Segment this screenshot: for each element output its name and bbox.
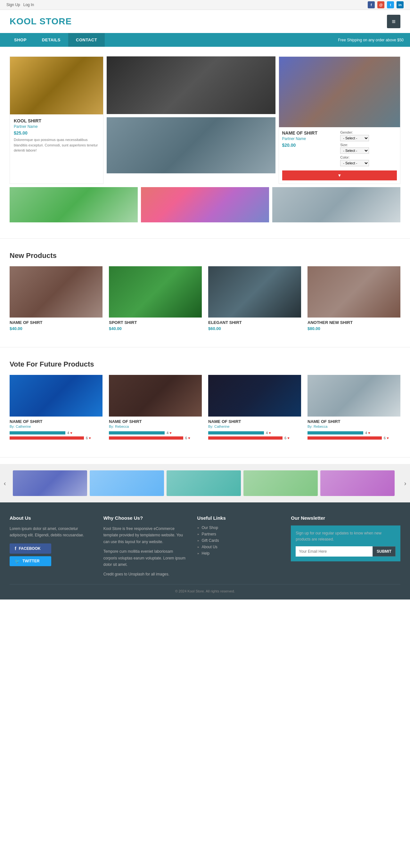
footer-links-title: Useful Links [197,515,282,521]
vote-count-blue-4: 4 ♥ [365,431,370,435]
carousel-section: ‹ › [0,464,410,502]
footer-newsletter: Our Newsletter Sign up for our regular u… [291,515,400,578]
product-price-1: $40.00 [10,326,102,331]
product-price-2: $40.00 [109,326,202,331]
hero-product-left-image [10,57,103,114]
vote-section: Vote For Future Products NAME OF SHIRT B… [0,354,410,451]
color-label: Color: [340,155,397,159]
facebook-button[interactable]: f FACEBOOK [10,544,51,554]
vote-bar-red-2 [109,436,183,440]
vote-bars-4: 4 ♥ 6 ♥ [308,431,400,440]
linkedin-icon[interactable]: in [397,1,404,8]
nav-contact[interactable]: CONTACT [68,33,105,47]
googleplus-icon[interactable]: @ [377,1,384,8]
newsletter-email-input[interactable] [296,546,373,557]
product-name-2: SPORT SHIRT [109,320,202,325]
hero-product-left-info: KOOL SHIRT Partner Name $25.00 Doloremqu… [10,114,103,157]
chevron-down-icon: ▼ [337,173,342,178]
product-image-1 [10,266,102,317]
gender-select[interactable]: - Select - Male Female [340,135,369,141]
main-nav: SHOP DETAILS CONTACT Free Shipping on an… [0,33,410,47]
hamburger-icon: ≡ [392,18,396,25]
vote-image-2 [109,375,202,416]
hero-section: KOOL SHIRT Partner Name $25.00 Doloremqu… [0,47,410,232]
vote-name-2: NAME OF SHIRT [109,419,202,424]
product-image-3 [208,266,301,317]
product-card-4: ANOTHER NEW SHIRT $80.00 [308,266,400,331]
vote-bars-2: 4 ♥ 6 ♥ [109,431,202,440]
footer-credit: Credit goes to Unsplash for all images. [103,571,188,578]
vote-image-1 [10,375,102,416]
heart-icon-red-2: ♥ [188,436,190,440]
heart-icon-1: ♥ [70,431,72,435]
footer-copyright: © 2024 Kool Store. All rights reserved. [175,589,235,593]
heart-icon-red-3: ♥ [287,436,290,440]
heart-icon-3: ♥ [269,431,271,435]
vote-section-title: Vote For Future Products [10,360,400,369]
carousel-prev-button[interactable]: ‹ [0,470,10,496]
newsletter-submit-button[interactable]: SUBMIT [373,546,396,557]
vote-bar-blue-row-3: 4 ♥ [208,431,301,435]
footer-link-shop[interactable]: Our Shop [197,525,282,530]
hero-product-right-price: $20.00 [282,143,339,148]
footer-link-giftcards[interactable]: Gift Cards [197,538,282,543]
vote-bar-blue-4 [308,431,363,434]
hero-product-right: NAME OF SHIRT Partner Name $20.00 Gender… [279,56,400,184]
twitter-label: TWITTER [23,559,39,563]
heart-icon-red-1: ♥ [89,436,91,440]
hamburger-menu-button[interactable]: ≡ [387,15,400,28]
nav-shop[interactable]: SHOP [6,33,34,47]
section-divider-3 [0,457,410,458]
footer-social-buttons: f FACEBOOK 🐦 TWITTER [10,544,94,566]
footer-about-text: Lorem ipsum dolor sit amet, consectetur … [10,525,94,538]
hero-middle-bottom-image [107,117,276,173]
vote-card-3: NAME OF SHIRT By: Catherine 4 ♥ 6 ♥ [208,375,301,441]
footer-bottom: © 2024 Kool Store. All rights reserved. [10,584,400,593]
facebook-icon[interactable]: f [368,1,375,8]
vote-bar-red-4 [308,436,382,440]
footer-links-list: Our Shop Partners Gift Cards About Us He… [197,525,282,556]
hero-bottom-street-image [141,187,269,222]
size-select[interactable]: - Select - SMLXL [340,147,369,154]
footer-grid: About Us Lorem ipsum dolor sit amet, con… [10,515,400,578]
top-bar-auth: Sign Up Log In [6,3,34,7]
hero-product-left: KOOL SHIRT Partner Name $25.00 Doloremqu… [10,56,103,184]
carousel-items [10,470,400,496]
twitter-bird-icon: 🐦 [15,559,20,564]
product-name-3: ELEGANT SHIRT [208,320,301,325]
login-link[interactable]: Log In [23,3,34,7]
heart-icon-4: ♥ [368,431,370,435]
footer-link-help[interactable]: Help [197,551,282,556]
carousel-item-4 [244,470,318,496]
vote-card-1: NAME OF SHIRT By: Catherine 4 ♥ 6 ♥ [10,375,102,441]
nav-details[interactable]: DETAILS [34,33,68,47]
product-card-3: ELEGANT SHIRT $60.00 [208,266,301,331]
footer-why-text1: Kool Store is free responsive eCommerce … [103,525,188,545]
vote-bar-red-row-4: 6 ♥ [308,436,400,440]
vote-bar-red-3 [208,436,283,440]
hero-bottom-sea-image [272,187,400,222]
product-name-4: ANOTHER NEW SHIRT [308,320,400,325]
color-select[interactable]: - Select - RedBlueGreen [340,160,369,166]
product-options: Gender: - Select - Male Female Size: - S… [340,130,397,166]
vote-count-red-3: 6 ♥ [284,436,290,440]
signup-link[interactable]: Sign Up [6,3,20,7]
carousel-item-3 [166,470,241,496]
add-to-cart-button[interactable]: ▼ [282,170,397,180]
hero-product-right-partner: Partner Name [282,136,339,141]
footer-links: Useful Links Our Shop Partners Gift Card… [197,515,282,578]
vote-bar-blue-3 [208,431,264,434]
vote-image-4 [308,375,400,416]
carousel-next-button[interactable]: › [400,470,410,496]
twitter-button[interactable]: 🐦 TWITTER [10,556,51,566]
footer-link-partners[interactable]: Partners [197,532,282,536]
vote-bar-red-row-3: 6 ♥ [208,436,301,440]
footer-link-about[interactable]: About Us [197,545,282,549]
hero-middle-images [107,56,276,184]
heart-icon-red-4: ♥ [387,436,389,440]
hero-product-right-info: NAME OF SHIRT Partner Name $20.00 [282,130,339,166]
vote-bar-blue-row-1: 4 ♥ [10,431,102,435]
section-divider-2 [0,347,410,347]
twitter-icon[interactable]: t [387,1,394,8]
new-products-section: New Products NAME OF SHIRT $40.00 SPORT … [0,245,410,341]
